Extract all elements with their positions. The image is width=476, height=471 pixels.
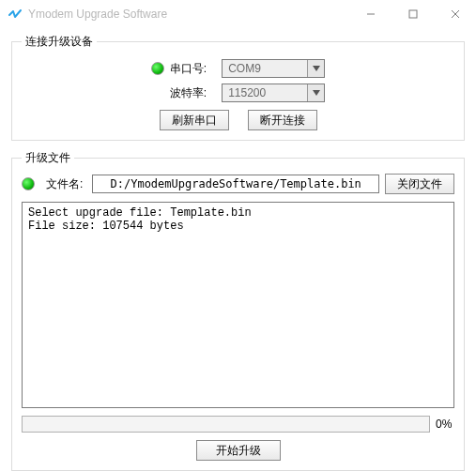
file-path-field[interactable]: D:/YmodemUpgradeSoftware/Template.bin — [92, 175, 379, 193]
refresh-port-button[interactable]: 刷新串口 — [160, 110, 229, 130]
port-led-icon — [151, 62, 164, 75]
device-group: 连接升级设备 串口号: COM9 波特率: 115200 — [11, 34, 465, 141]
file-legend: 升级文件 — [22, 150, 74, 166]
chevron-down-icon — [307, 60, 324, 77]
window-controls — [349, 0, 476, 28]
baud-label: 波特率: — [170, 86, 207, 99]
port-select[interactable]: COM9 — [222, 59, 325, 78]
close-file-button[interactable]: 关闭文件 — [385, 174, 454, 194]
progress-percent: 0% — [436, 418, 454, 431]
device-legend: 连接升级设备 — [22, 34, 97, 50]
titlebar: Ymodem Upgrade Software — [0, 0, 476, 28]
baud-select[interactable]: 115200 — [222, 84, 325, 102]
progress-bar — [22, 416, 430, 433]
app-logo-icon — [8, 7, 23, 22]
minimize-button[interactable] — [349, 0, 392, 28]
file-led-icon — [22, 177, 35, 190]
disconnect-button[interactable]: 断开连接 — [248, 110, 317, 130]
file-group: 升级文件 文件名: D:/YmodemUpgradeSoftware/Templ… — [11, 150, 465, 471]
svg-rect-1 — [409, 10, 417, 18]
file-name-label: 文件名: — [46, 176, 83, 192]
chevron-down-icon — [307, 84, 324, 101]
start-upgrade-button[interactable]: 开始升级 — [196, 440, 281, 461]
baud-select-value: 115200 — [223, 84, 286, 101]
log-textarea[interactable]: Select upgrade file: Template.bin File s… — [22, 202, 454, 408]
maximize-button[interactable] — [392, 0, 434, 28]
window-title: Ymodem Upgrade Software — [28, 8, 167, 21]
port-label: 串口号: — [170, 61, 207, 77]
port-select-value: COM9 — [223, 60, 282, 77]
close-button[interactable] — [434, 0, 476, 28]
